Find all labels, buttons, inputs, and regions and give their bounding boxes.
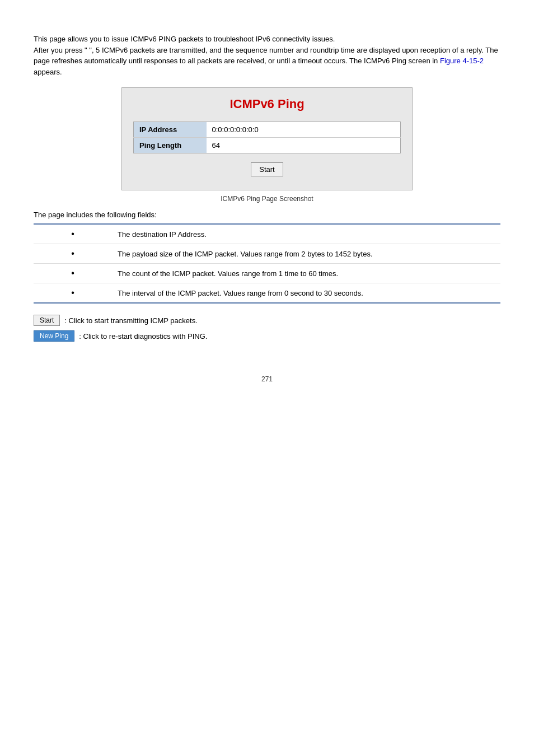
ping-length-row: Ping Length 64 [134, 138, 401, 153]
bullet-3: • [34, 264, 112, 283]
field-desc-3: The count of the ICMP packet. Values ran… [112, 264, 500, 283]
field-desc-4: The interval of the ICMP packet. Values … [112, 283, 500, 304]
newping-legend-desc: : Click to re-start diagnostics with PIN… [79, 332, 207, 340]
fields-intro: The page includes the following fields: [34, 211, 500, 219]
table-row: • The destination IP Address. [34, 224, 500, 244]
ping-widget: ICMPv6 Ping IP Address 0:0:0:0:0:0:0:0 P… [121, 87, 413, 190]
intro-paragraph2-start: After you press " ", 5 ICMPv6 packets ar… [34, 46, 498, 66]
table-row: • The interval of the ICMP packet. Value… [34, 283, 500, 304]
field-desc-1: The destination IP Address. [112, 224, 500, 244]
screenshot-caption: ICMPv6 Ping Page Screenshot [34, 195, 500, 203]
newping-legend-row: New Ping : Click to re-start diagnostics… [34, 330, 500, 342]
fields-table: • The destination IP Address. • The payl… [34, 223, 500, 304]
intro-paragraph2-end: appears. [34, 68, 62, 76]
start-btn-row: Start [133, 162, 401, 176]
ping-length-value: 64 [207, 138, 401, 153]
ping-form-table: IP Address 0:0:0:0:0:0:0:0 Ping Length 6… [133, 122, 401, 153]
buttons-section: Start : Click to start transmitting ICMP… [34, 315, 500, 342]
bullet-2: • [34, 244, 112, 264]
ip-address-row: IP Address 0:0:0:0:0:0:0:0 [134, 122, 401, 138]
ping-widget-title: ICMPv6 Ping [133, 97, 401, 111]
ip-address-value: 0:0:0:0:0:0:0:0 [207, 122, 401, 138]
ping-widget-wrapper: ICMPv6 Ping IP Address 0:0:0:0:0:0:0:0 P… [121, 87, 413, 190]
start-button[interactable]: Start [251, 162, 283, 176]
table-row: • The count of the ICMP packet. Values r… [34, 264, 500, 283]
start-legend-row: Start : Click to start transmitting ICMP… [34, 315, 500, 326]
start-legend-desc: : Click to start transmitting ICMP packe… [64, 316, 197, 325]
bullet-4: • [34, 283, 112, 304]
field-desc-2: The payload size of the ICMP packet. Val… [112, 244, 500, 264]
ping-length-label: Ping Length [134, 138, 207, 153]
new-ping-legend-button[interactable]: New Ping [34, 330, 74, 342]
ip-address-label: IP Address [134, 122, 207, 138]
bullet-1: • [34, 224, 112, 244]
start-legend-button[interactable]: Start [34, 315, 60, 326]
figure-link[interactable]: Figure 4-15-2 [440, 57, 484, 65]
intro-text: This page allows you to issue ICMPv6 PIN… [34, 34, 500, 77]
page-number: 271 [34, 375, 500, 383]
intro-paragraph1: This page allows you to issue ICMPv6 PIN… [34, 35, 335, 43]
table-row: • The payload size of the ICMP packet. V… [34, 244, 500, 264]
